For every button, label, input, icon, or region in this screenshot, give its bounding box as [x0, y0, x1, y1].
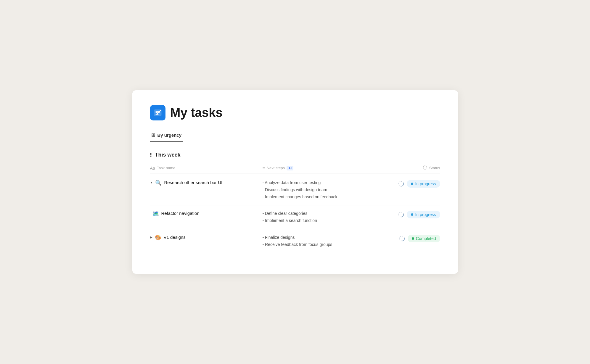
status-label-1: In progress — [415, 181, 436, 186]
tab-grid-icon: ⊞ — [151, 132, 155, 138]
task-status-cell-1: In progress — [381, 179, 440, 188]
tab-label: By urgency — [157, 133, 182, 138]
col-next-steps-label: Next steps — [267, 166, 285, 170]
col-next-steps-icon: ≡ — [263, 166, 265, 170]
status-dot-2 — [411, 213, 413, 216]
task-name-cell-3: ▶ 🎨 V1 designs — [150, 234, 263, 241]
status-label-3: Completed — [416, 236, 436, 241]
col-next-steps: ≡ Next steps AI — [263, 165, 381, 171]
page-title: My tasks — [170, 106, 223, 120]
section-title: This week — [155, 152, 181, 158]
task-row-2: 🗺️ Refactor navigation - Define clear ca… — [150, 205, 440, 229]
status-dot-3 — [412, 237, 414, 240]
page-icon — [150, 105, 165, 120]
main-card: My tasks ⊞ By urgency ‼️ This week Aa Ta… — [132, 90, 458, 274]
task-name-cell-1: ▼ 🔍 Research other search bar UI — [150, 179, 263, 186]
task-status-cell-2: In progress — [381, 210, 440, 218]
task-chevron-3[interactable]: ▶ — [150, 236, 152, 239]
spinner-icon-3 — [399, 235, 405, 242]
task-name-1[interactable]: Research other search bar UI — [164, 180, 222, 185]
task-name-cell-2: 🗺️ Refactor navigation — [150, 210, 263, 217]
task-row: ▼ 🔍 Research other search bar UI - Analy… — [150, 175, 440, 205]
section-header: ‼️ This week — [150, 152, 440, 158]
task-name-2[interactable]: Refactor navigation — [161, 211, 200, 216]
spinner-icon-1 — [398, 181, 404, 187]
status-dot-1 — [411, 183, 413, 185]
task-steps-1: - Analyze data from user testing - Discu… — [263, 179, 381, 200]
urgency-icon: ‼️ — [150, 152, 153, 158]
col-status-label: Status — [429, 166, 440, 170]
col-status: Status — [381, 165, 440, 171]
task-emoji-2: 🗺️ — [152, 211, 159, 217]
task-chevron-1[interactable]: ▼ — [150, 181, 153, 184]
status-badge-2[interactable]: In progress — [407, 211, 440, 218]
task-name-3[interactable]: V1 designs — [164, 235, 186, 240]
task-emoji-1: 🔍 — [155, 180, 162, 186]
task-emoji-3: 🎨 — [155, 235, 161, 241]
col-task-name: Aa Task name — [150, 165, 263, 171]
page-header: My tasks — [150, 105, 440, 120]
task-steps-3: - Finalize designs - Receive feedback fr… — [263, 234, 381, 248]
ai-badge: AI — [287, 166, 293, 170]
task-steps-2: - Define clear categories - Implement a … — [263, 210, 381, 224]
col-task-name-label: Task name — [157, 166, 176, 170]
svg-point-1 — [423, 166, 427, 169]
tab-by-urgency[interactable]: ⊞ By urgency — [150, 129, 183, 142]
status-badge-3[interactable]: Completed — [408, 235, 440, 242]
table-header: Aa Task name ≡ Next steps AI Status — [150, 163, 440, 173]
status-badge-1[interactable]: In progress — [407, 180, 440, 188]
this-week-section: ‼️ This week Aa Task name ≡ Next steps A… — [150, 152, 440, 253]
status-label-2: In progress — [415, 212, 436, 217]
task-status-cell-3: Completed — [381, 234, 440, 242]
col-task-name-icon: Aa — [150, 166, 155, 170]
tabs-bar: ⊞ By urgency — [150, 129, 440, 142]
spinner-icon-2 — [398, 211, 404, 218]
col-status-icon — [423, 165, 427, 171]
task-row-3: ▶ 🎨 V1 designs - Finalize designs - Rece… — [150, 229, 440, 253]
